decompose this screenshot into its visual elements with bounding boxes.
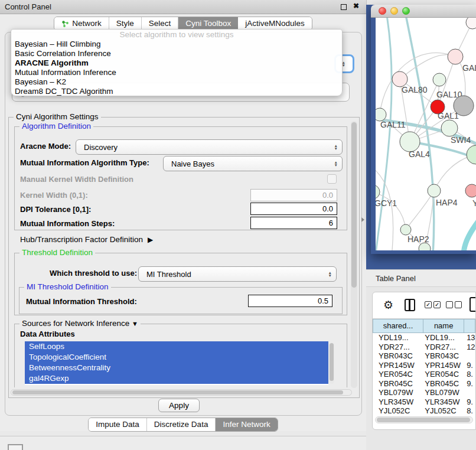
table-cell[interactable]: YBR043C [373,351,423,361]
table-row[interactable]: YPR145WYPR145W9. [373,361,475,370]
list-item[interactable]: SelfLoops [25,341,328,352]
popup-item[interactable]: Basic Correlation Inference [11,49,342,58]
table-row[interactable]: YBR043CYBR043C [373,351,475,361]
network-node-gal[interactable] [448,49,463,64]
table-cell[interactable]: 12 [464,343,475,352]
table-cell[interactable]: YLR345W [373,397,423,407]
table-cell[interactable]: YBR045C [373,379,423,389]
table-row[interactable]: YDL19...YDL19...13 [373,333,475,343]
tab-jactivemnodules[interactable]: jActiveMNodules [238,17,312,30]
table-cell[interactable]: YBR045C [423,379,464,389]
popup-item[interactable]: Bayesian – K2 [11,77,342,87]
table-row[interactable]: YBL079WYBL079W [373,388,475,397]
tab-select[interactable]: Select [142,17,179,30]
list-item[interactable]: BetweennessCentrality [25,363,328,373]
table-cell[interactable]: YER054C [373,370,423,379]
popup-item[interactable]: Bayesian – Hill Climbing [11,40,342,49]
list-item[interactable]: TopologicalCoefficient [25,352,328,363]
popup-item-selected[interactable]: ARACNE Algorithm [11,58,342,68]
table-cell[interactable]: YPR145W [373,361,423,370]
mi-steps-input[interactable] [250,217,337,229]
settings-horizontal-scrollbar[interactable] [11,389,352,396]
algorithm-definition-title: Algorithm Definition [19,122,93,131]
float-window-icon[interactable] [341,4,347,10]
list-item[interactable]: gal4RGexp [25,373,328,384]
settings-vertical-scrollbar[interactable] [351,121,357,388]
table-row[interactable]: YBR045CYBR045C9. [373,379,475,389]
network-window-titlebar[interactable] [371,5,476,18]
table-cell[interactable]: 13 [464,333,475,343]
tab-network[interactable]: Network [54,17,109,30]
file-icon[interactable] [470,297,476,312]
table-cell[interactable] [464,388,475,397]
table-cell[interactable]: YLR345W [423,397,464,407]
popup-item[interactable]: Dream8 DC_TDC Algorithm [11,87,342,96]
table-cell[interactable] [464,351,475,361]
tab-style[interactable]: Style [109,17,142,30]
table-cell[interactable]: YJL052C [373,406,423,414]
minimize-traffic-light-icon[interactable] [390,7,398,15]
column-header[interactable]: name [423,319,464,333]
list-vertical-scrollbar[interactable] [329,343,334,384]
apply-button[interactable]: Apply [158,399,200,412]
table-cell[interactable]: 8. [464,370,475,379]
table-cell[interactable]: YDR27... [423,343,464,352]
table-cell[interactable]: 9. [464,379,475,389]
table-cell[interactable]: YBR043C [423,351,464,361]
dpi-tolerance-input[interactable] [250,203,337,215]
tab-impute-data[interactable]: Impute Data [89,418,147,431]
table-cell[interactable]: YDL19... [423,333,464,343]
table-row[interactable]: YER054CYER054C8. [373,370,475,379]
aracne-mode-combo[interactable]: Discovery ▲▼ [76,139,343,155]
table-cell[interactable]: 9. [464,361,475,370]
table-row[interactable]: YDR27...YDR27...12 [373,343,475,352]
table-cell[interactable]: 8. [464,406,475,414]
select-all-icon[interactable]: ✓✓ [425,301,441,308]
network-node-hap4[interactable] [428,184,441,197]
network-node-gal10[interactable] [433,73,446,86]
zoom-traffic-light-icon[interactable] [402,7,410,15]
network-node-swi4[interactable] [467,145,476,164]
panel-collapse-arrow-icon[interactable] [361,217,364,222]
popup-item[interactable]: Mutual Information Inference [11,68,342,77]
table-cell[interactable]: YJL052C [423,406,464,414]
mi-algorithm-type-combo[interactable]: Naive Bayes ▲▼ [163,156,343,171]
network-canvas[interactable]: GALGAL80GAL10GAL1GAL11GAL4SWI4GCY1HAP4YH… [376,18,476,250]
settings-gear-icon[interactable]: ⚙ [383,298,393,311]
network-node-gal11[interactable] [376,108,386,121]
table-cell[interactable]: YBL079W [423,388,464,397]
deselect-all-icon[interactable] [446,301,462,308]
table-cell[interactable]: YER054C [423,370,464,379]
hub-transcription-section[interactable]: Hub/Transcription Factor Definition▶ [20,235,153,244]
expand-right-icon[interactable]: ▶ [148,236,153,244]
table-row[interactable]: YLR345WYLR345W9. [373,397,475,407]
column-view-icon[interactable] [405,299,415,311]
column-header[interactable]: shared... [373,319,423,333]
which-threshold-combo[interactable]: MI Threshold ▲▼ [138,266,337,282]
manual-kernel-checkbox[interactable] [327,174,337,184]
tab-infer-network[interactable]: Infer Network [216,418,277,431]
table-row[interactable]: YJL052CYJL052C8. [373,406,475,414]
close-icon[interactable]: ✖ [353,2,359,10]
table-cell[interactable]: YBL079W [373,388,423,397]
network-node-hap2[interactable] [400,224,411,235]
table-cell[interactable]: YDL19... [373,333,423,343]
network-node-gal1[interactable] [441,120,458,136]
table-cell[interactable]: YDR27... [373,343,423,352]
table-horizontal-scrollbar[interactable] [375,416,473,423]
column-header[interactable] [464,319,475,333]
network-node[interactable] [466,18,476,29]
sources-title[interactable]: Sources for Network Inference ▼ [19,319,141,328]
network-node-gal4[interactable] [400,132,420,152]
tab-discretize-data[interactable]: Discretize Data [147,418,216,431]
close-traffic-light-icon[interactable] [379,7,386,15]
collapsed-panel-icon[interactable] [8,444,23,450]
tab-cyni-toolbox[interactable]: Cyni Toolbox [178,17,238,30]
mi-threshold-input[interactable] [248,295,332,307]
table-cell[interactable]: YPR145W [423,361,464,370]
table-cell[interactable]: 9. [464,397,475,407]
kernel-width-input[interactable] [250,189,337,201]
network-node-y[interactable] [465,184,476,197]
network-node-gcy1[interactable] [376,185,380,199]
collapse-down-icon[interactable]: ▼ [132,320,138,327]
